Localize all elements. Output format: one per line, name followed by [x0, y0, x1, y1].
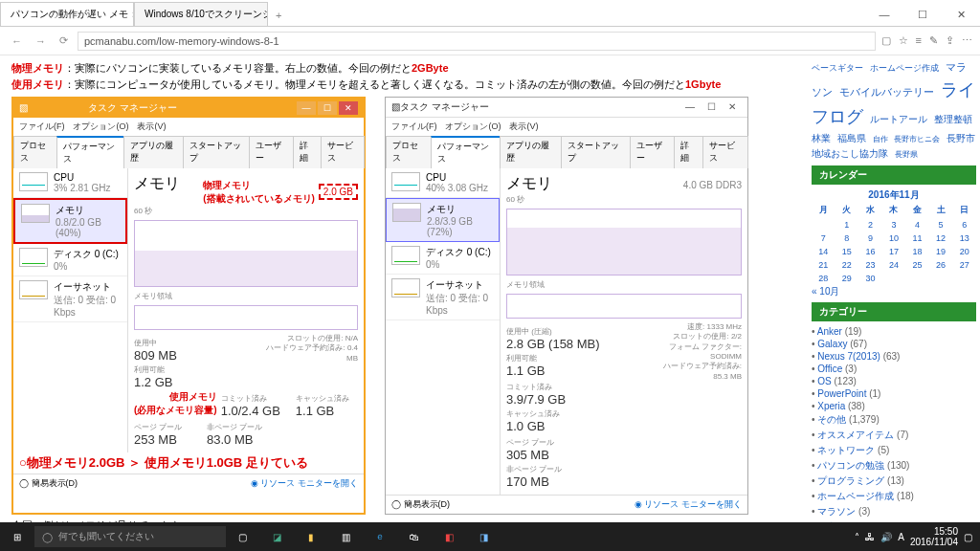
- sidebar-net[interactable]: イーサネット送信: 0 受信: 0 Kbps: [386, 275, 500, 320]
- tab-strip: プロセス パフォーマンス アプリの履歴 スタートアップ ユーザー 詳細 サービス: [386, 136, 747, 168]
- calendar-header: カレンダー: [812, 165, 976, 185]
- menu-bar[interactable]: ファイル(F) オプション(O) 表示(V): [13, 118, 364, 136]
- app-icon[interactable]: ◪: [260, 522, 293, 551]
- menu-bar[interactable]: ファイル(F) オプション(O) 表示(V): [386, 118, 747, 136]
- sidebar: CPU3% 2.81 GHz メモリ0.8/2.0 GB (40%) ディスク …: [13, 168, 128, 452]
- sidebar-disk[interactable]: ディスク 0 (C:)0%: [386, 242, 500, 275]
- store-icon[interactable]: 🛍: [398, 522, 431, 551]
- reader-icon[interactable]: ▢: [881, 34, 891, 47]
- minimize-button[interactable]: —: [680, 101, 700, 112]
- star-icon[interactable]: ☆: [899, 34, 908, 47]
- cortana-search[interactable]: ◯何でも聞いてください: [34, 526, 226, 547]
- task-view-icon[interactable]: ▢: [226, 522, 258, 551]
- share-icon[interactable]: ⇪: [946, 34, 954, 47]
- close-button[interactable]: ✕: [339, 101, 358, 115]
- category-item[interactable]: PowerPoint (1): [812, 387, 976, 400]
- category-item[interactable]: Nexus 7(2013) (63): [812, 350, 976, 363]
- notification-icon[interactable]: ▢: [964, 532, 972, 542]
- app-icon: ▧: [19, 102, 28, 113]
- category-item[interactable]: Xperia (38): [812, 400, 976, 412]
- close-button[interactable]: ✕: [942, 3, 980, 26]
- explorer-icon[interactable]: ▮: [295, 522, 327, 551]
- fewer-details[interactable]: ◯ 簡易表示(D): [391, 498, 450, 511]
- close-button[interactable]: ✕: [723, 101, 742, 112]
- memory-composition: [134, 305, 358, 330]
- tab-2[interactable]: Windows 8/10でスクリーンショ×: [134, 2, 268, 26]
- maximize-button[interactable]: ☐: [318, 101, 337, 115]
- more-icon[interactable]: ⋯: [962, 34, 972, 47]
- start-button[interactable]: ⊞: [0, 532, 34, 542]
- task-manager-win10: ▧ タスク マネージャー —☐✕ ファイル(F) オプション(O) 表示(V) …: [385, 97, 748, 515]
- category-item[interactable]: ネットワーク (5): [812, 443, 976, 458]
- forward-button[interactable]: →: [32, 35, 50, 47]
- sidebar-memory[interactable]: メモリ0.8/2.0 GB (40%): [13, 198, 127, 244]
- category-item[interactable]: その他 (1,379): [812, 412, 976, 428]
- network-icon[interactable]: 🖧: [865, 532, 875, 542]
- ime-icon[interactable]: A: [898, 532, 904, 542]
- cortana-icon: ◯: [42, 532, 53, 542]
- window-titlebar[interactable]: ▧ タスク マネージャー —☐✕: [386, 98, 747, 118]
- category-header: カテゴリー: [812, 302, 976, 321]
- sidebar-cpu[interactable]: CPU40% 3.08 GHz: [386, 168, 500, 198]
- category-item[interactable]: パソコンの勉強 (130): [812, 458, 976, 474]
- new-tab-button[interactable]: +: [268, 5, 289, 26]
- fewer-details[interactable]: ◯ 簡易表示(D): [19, 477, 78, 490]
- tray-up-icon[interactable]: ˄: [855, 532, 859, 542]
- app-icon[interactable]: ◧: [433, 522, 465, 551]
- note-icon[interactable]: ✎: [929, 34, 938, 47]
- sidebar: CPU40% 3.08 GHz メモリ2.8/3.9 GB (72%) ディスク…: [386, 168, 501, 495]
- back-button[interactable]: ←: [8, 35, 26, 47]
- clock[interactable]: 15:502016/11/04: [910, 526, 958, 547]
- browser-titlebar: パソコンの動作が遅い メモ× Windows 8/10でスクリーンショ× + —…: [0, 0, 980, 27]
- volume-icon[interactable]: 🔊: [880, 532, 892, 542]
- sidebar-net[interactable]: イーサネット送信: 0 受信: 0 Kbps: [13, 276, 127, 322]
- resource-monitor-link[interactable]: ◉ リソース モニターを開く: [251, 477, 358, 490]
- category-item[interactable]: Office (3): [812, 363, 976, 375]
- category-item[interactable]: Anker (19): [812, 325, 976, 338]
- prev-month-link[interactable]: « 10月: [812, 286, 839, 297]
- app-icon[interactable]: ▥: [329, 522, 362, 551]
- task-manager-win8: ▧ タスク マネージャー —☐✕ ファイル(F) オプション(O) 表示(V) …: [11, 97, 366, 515]
- minimize-button[interactable]: —: [297, 101, 316, 115]
- sidebar: ベースギター ホームページ作成 マラソン モバイルバッテリー ライフログ ルート…: [808, 55, 980, 522]
- article-body: 物理メモリ：実際にパソコンに実装しているメモリ容量。右上の数値。今回の例だと2G…: [0, 55, 808, 522]
- category-item[interactable]: マラソン (3): [812, 504, 976, 519]
- maximize-button[interactable]: ☐: [903, 3, 942, 26]
- hub-icon[interactable]: ≡: [916, 34, 922, 47]
- sidebar-memory[interactable]: メモリ2.8/3.9 GB (72%): [386, 198, 500, 242]
- sidebar-disk[interactable]: ディスク 0 (C:)0%: [13, 244, 127, 276]
- sidebar-cpu[interactable]: CPU3% 2.81 GHz: [13, 168, 127, 198]
- app-icon[interactable]: ◨: [467, 522, 500, 551]
- app-icon: ▧: [391, 101, 400, 112]
- maximize-button[interactable]: ☐: [702, 101, 721, 112]
- category-item[interactable]: ホームページ作成 (18): [812, 489, 976, 504]
- tab-1[interactable]: パソコンの動作が遅い メモ×: [0, 2, 134, 26]
- tag-cloud[interactable]: ベースギター ホームページ作成 マラソン モバイルバッテリー ライフログ ルート…: [812, 59, 976, 162]
- category-item[interactable]: OS (123): [812, 375, 976, 387]
- memory-chart: [134, 220, 358, 287]
- memory-composition: [506, 294, 742, 319]
- category-item[interactable]: オススメアイテム (7): [812, 428, 976, 443]
- category-item[interactable]: Galaxy (67): [812, 338, 976, 350]
- address-bar: ← → ⟳ pcmanabu.com/low-memory-windows-8-…: [0, 27, 980, 55]
- calendar[interactable]: 月火水木金土日 123456 78910111213 1415161718192…: [812, 202, 976, 285]
- window-titlebar[interactable]: ▧ タスク マネージャー —☐✕: [13, 99, 364, 118]
- category-list: Anker (19)Galaxy (67)Nexus 7(2013) (63)O…: [812, 325, 976, 522]
- category-item[interactable]: プログラミング (13): [812, 474, 976, 489]
- minimize-button[interactable]: —: [865, 3, 903, 26]
- taskbar[interactable]: ⊞ ◯何でも聞いてください ▢ ◪ ▮ ▥ ｅ 🛍 ◧ ◨ ˄ 🖧 🔊 A 15…: [0, 522, 980, 551]
- refresh-button[interactable]: ⟳: [56, 34, 72, 47]
- memory-chart: [506, 209, 742, 276]
- edge-icon[interactable]: ｅ: [364, 522, 396, 551]
- resource-monitor-link[interactable]: ◉ リソース モニターを開く: [635, 498, 742, 511]
- tab-strip: プロセス パフォーマンス アプリの履歴 スタートアップ ユーザー 詳細 サービス: [13, 136, 364, 168]
- url-field[interactable]: pcmanabu.com/low-memory-windows-8-1: [78, 32, 876, 51]
